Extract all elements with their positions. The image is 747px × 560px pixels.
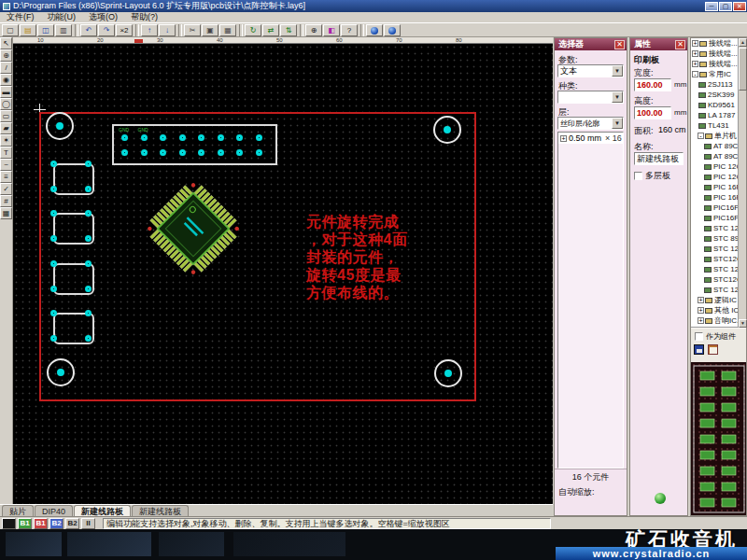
connector-pad[interactable] <box>256 149 262 156</box>
tab-2[interactable]: 新建线路板 <box>74 505 131 516</box>
expand-icon[interactable]: + <box>698 307 704 314</box>
redo-button[interactable]: ↷ <box>98 24 115 36</box>
expand-icon[interactable]: + <box>692 50 698 57</box>
green-indicator-icon[interactable] <box>655 493 666 504</box>
layer-b1-red-button[interactable]: B1 <box>34 518 48 529</box>
param-select[interactable]: 文本 ▼ <box>557 64 624 77</box>
menu-item-2[interactable]: 选项(O) <box>82 11 124 23</box>
connector-pad[interactable] <box>160 134 166 141</box>
switch-footprint[interactable] <box>53 213 94 245</box>
tab-0[interactable]: 贴片 <box>2 505 34 516</box>
multilayer-row[interactable]: 多层板 <box>634 170 670 182</box>
connector-pad[interactable] <box>121 134 128 141</box>
layer-b1-green-button[interactable]: B1 <box>18 518 32 529</box>
move-down-button[interactable]: ↓ <box>159 24 176 36</box>
circle-tool[interactable]: ◯ <box>0 98 12 110</box>
connector-pad[interactable] <box>236 134 243 141</box>
book-icon[interactable] <box>708 344 718 355</box>
expand-icon[interactable]: + <box>692 61 698 67</box>
smd-pad-tool[interactable]: ▬ <box>0 86 12 98</box>
scroll-up-icon[interactable]: ▲ <box>739 38 747 47</box>
autoroute-tool[interactable]: ≡ <box>0 171 12 183</box>
tab-3[interactable]: 新建线路板 <box>132 505 189 516</box>
chevron-down-icon[interactable]: ▼ <box>612 91 623 103</box>
text-tool[interactable]: T <box>0 147 12 159</box>
special-form-tool[interactable]: ✶ <box>0 134 12 147</box>
board-name-input[interactable]: 新建线路板 <box>634 152 684 165</box>
layer-b2-button[interactable]: B2 <box>65 518 79 529</box>
zoom-button[interactable]: ⊕ <box>305 24 322 36</box>
expand-icon[interactable]: + <box>692 40 698 47</box>
new-button[interactable]: ▢ <box>2 24 19 36</box>
undo-button[interactable]: ↶ <box>80 24 97 36</box>
chip-footprint[interactable] <box>128 163 259 294</box>
print-button[interactable]: ▥ <box>55 24 72 36</box>
save-icon[interactable] <box>694 344 704 355</box>
rectangle-tool[interactable]: ▭ <box>0 110 12 122</box>
copy-button[interactable]: ▣ <box>202 24 218 36</box>
expand-icon[interactable]: + <box>698 317 704 324</box>
connector-pad[interactable] <box>218 149 224 156</box>
connector-pad[interactable] <box>121 149 128 156</box>
selector-list-item[interactable]: + 0.50 mm × 16 <box>558 133 623 144</box>
collapse-icon[interactable]: - <box>698 133 704 139</box>
measure-tool[interactable]: # <box>0 195 12 207</box>
corner-pad[interactable] <box>47 358 75 386</box>
layers-button[interactable]: ◧ <box>323 24 340 36</box>
connector-footprint[interactable]: GNDGND <box>112 124 277 165</box>
connector-pad[interactable] <box>160 149 166 156</box>
kind-select[interactable]: ▼ <box>557 91 624 104</box>
zoom-2x-button[interactable]: ×2 <box>116 24 133 36</box>
annotation-text[interactable]: 元件旋转完成，对于这种4面封装的元件，旋转45度是最方便布线的。 <box>306 213 422 301</box>
connector-pad[interactable] <box>256 134 262 141</box>
layer-select[interactable]: 丝印层/轮廓 ▼ <box>557 117 624 130</box>
properties-close-icon[interactable]: ✕ <box>675 40 685 49</box>
scroll-down-icon[interactable]: ▼ <box>739 319 747 328</box>
multilayer-checkbox[interactable] <box>634 172 642 180</box>
as-component-row[interactable]: 作为组件 <box>695 331 736 342</box>
photo-view-tool[interactable]: ▦ <box>0 207 12 219</box>
mirror-vertical-button[interactable]: ⇅ <box>280 24 297 36</box>
expand-icon[interactable]: + <box>560 135 567 142</box>
height-value-input[interactable]: 100.00 <box>634 106 671 119</box>
open-button[interactable]: ▤ <box>20 24 36 36</box>
switch-footprint[interactable] <box>53 163 94 195</box>
switch-footprint[interactable] <box>53 263 94 295</box>
connector-pad[interactable] <box>179 149 186 156</box>
tab-1[interactable]: DIP40 <box>35 505 73 516</box>
collapse-icon[interactable]: - <box>692 71 698 77</box>
connector-pad[interactable] <box>141 134 148 141</box>
as-component-checkbox[interactable] <box>695 332 703 341</box>
menu-item-1[interactable]: 功能(U) <box>41 11 83 23</box>
connection-tool[interactable]: ~ <box>0 159 12 171</box>
move-up-button[interactable]: ↑ <box>141 24 158 36</box>
connector-pad[interactable] <box>141 149 148 156</box>
chevron-down-icon[interactable]: ▼ <box>612 65 623 77</box>
maximize-button[interactable]: ▢ <box>719 2 732 11</box>
layer-ball-1-button[interactable] <box>366 24 383 36</box>
save-button[interactable]: ◫ <box>37 24 54 36</box>
connector-pad[interactable] <box>198 149 204 156</box>
selector-list[interactable]: + 0.50 mm × 16 <box>557 132 624 469</box>
cut-button[interactable]: ✂ <box>184 24 201 36</box>
layer-b2-blue-button[interactable]: B2 <box>49 518 63 529</box>
test-tool[interactable]: ✓ <box>0 183 12 195</box>
layer-ball-2-button[interactable] <box>384 24 401 36</box>
connector-pad[interactable] <box>198 134 204 141</box>
close-button[interactable]: ✕ <box>733 2 746 11</box>
paste-button[interactable]: ▦ <box>219 24 236 36</box>
corner-pad[interactable] <box>433 116 461 144</box>
tree-scrollbar[interactable]: ▲ ▼ <box>738 38 746 328</box>
help-button[interactable]: ? <box>341 24 358 36</box>
corner-pad[interactable] <box>434 359 462 387</box>
zoom-tool[interactable]: ⊕ <box>0 49 12 62</box>
connector-pad[interactable] <box>236 149 243 156</box>
width-value-input[interactable]: 160.00 <box>634 78 671 91</box>
connector-pad[interactable] <box>179 134 186 141</box>
track-tool[interactable]: / <box>0 62 12 74</box>
connector-pad[interactable] <box>218 134 224 141</box>
expand-icon[interactable]: + <box>698 297 704 303</box>
scrollbar-thumb[interactable] <box>739 48 747 91</box>
pad-tool[interactable]: ◉ <box>0 74 12 86</box>
black-layer-button[interactable] <box>2 518 16 529</box>
